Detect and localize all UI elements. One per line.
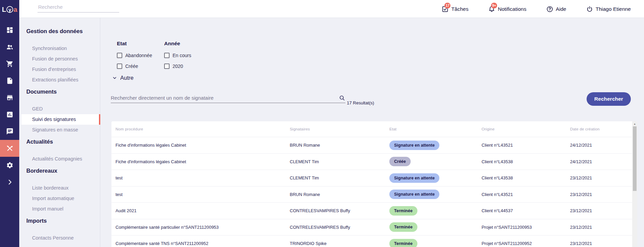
scroll-up-icon[interactable]: ▲ — [632, 121, 637, 126]
rail-item-stats[interactable] — [0, 106, 19, 123]
rail-item-document[interactable] — [0, 72, 19, 89]
cell-origin: Client n°L44537 — [482, 208, 570, 213]
table-row[interactable]: Fiche d'informations légales CabinetCLEM… — [111, 153, 632, 170]
column-origine: Origine — [482, 127, 570, 131]
sidebar-section-bordereaux: Bordereaux — [19, 168, 100, 174]
cell-signer: BRUN Romane — [290, 143, 389, 148]
cell-origin: Client n°L43521 — [482, 192, 570, 197]
app-logo[interactable]: L y a — [0, 0, 19, 19]
global-search-input[interactable] — [37, 3, 119, 13]
sidebar-item-contacts-personne[interactable]: Contacts Personne — [19, 233, 100, 243]
topbar-item-label: Aide — [556, 6, 566, 12]
sidebar-item-fusion-d-entreprises[interactable]: Fusion d'entreprises — [19, 64, 100, 75]
rail-item-settings-gear[interactable] — [0, 157, 19, 174]
sidebar-section-imports: Imports — [19, 218, 100, 224]
topbar-thiago-etienne[interactable]: Thiago Etienne — [586, 5, 631, 13]
rail-item-messages[interactable] — [0, 123, 19, 140]
table-row[interactable]: Audit 2021CONTRELESVAMPIRES BuffyTerminé… — [111, 202, 632, 219]
table-row[interactable]: Complémentaire santé particulier n°SANT2… — [111, 219, 632, 236]
signatures-table: Nom procédureSignatairesEtatOrigineDate … — [111, 121, 637, 247]
checkbox-label: 2020 — [173, 64, 183, 69]
cell-signer: BRUN Romane — [290, 192, 389, 197]
cell-date: 23/12/2021 — [570, 175, 632, 180]
rail-item-chevron-right[interactable] — [0, 174, 19, 191]
settings-gear-icon — [6, 162, 14, 169]
checkbox-cr-e[interactable]: Créée — [117, 63, 164, 70]
logo-letter-l: L — [2, 6, 6, 14]
cell-procedure-name: Complémentaire santé particulier n°SANT2… — [115, 225, 290, 230]
table-row[interactable]: testCLEMENT TimSignature en attenteClien… — [111, 170, 632, 186]
table-row[interactable]: testBRUN RomaneSignature en attenteClien… — [111, 186, 632, 203]
sidebar-item-import-manuel[interactable]: Import manuel — [19, 204, 100, 214]
tasks-icon: 17 — [441, 5, 449, 13]
signer-search — [111, 95, 345, 103]
contacts-icon — [6, 43, 14, 51]
scrollbar[interactable]: ▲ — [632, 121, 637, 247]
table-row[interactable]: Fiche d'informations légales CabinetBRUN… — [111, 137, 632, 153]
table-row[interactable]: Complémentaire santé TNS n°SANT211200952… — [111, 235, 632, 247]
signer-search-input[interactable] — [111, 95, 339, 101]
sidebar-section-gestion-des-donn-es: Gestion des données — [19, 28, 100, 34]
state-badge: Créée — [389, 157, 411, 166]
rail-item-dashboard[interactable] — [0, 22, 19, 39]
filter-title: Année — [164, 41, 211, 47]
column-signataires: Signataires — [290, 127, 389, 131]
filters: EtatAbandonnéeCrééeAnnéeEn cours2020 — [117, 41, 211, 74]
chevron-right-icon — [6, 178, 14, 186]
state-badge: Terminée — [389, 239, 417, 247]
cell-state: Créée — [389, 157, 482, 166]
messages-icon — [6, 128, 14, 135]
cell-state: Terminée — [389, 206, 482, 216]
state-badge: Terminée — [389, 206, 417, 216]
cell-procedure-name: Fiche d'informations légales Cabinet — [115, 159, 290, 164]
cell-signer: TRINORDIO Spike — [290, 241, 389, 246]
column-etat: Etat — [389, 127, 482, 131]
topbar-item-label: Thiago Etienne — [596, 6, 631, 12]
sidebar-item-ged[interactable]: GED — [19, 104, 100, 114]
sidebar-section-documents: Documents — [19, 89, 100, 95]
sidebar-item-liste-bordereaux[interactable]: Liste bordereaux — [19, 183, 100, 193]
table-header: Nom procédureSignatairesEtatOrigineDate … — [111, 121, 632, 137]
filter-group-etat: EtatAbandonnéeCréée — [117, 41, 164, 74]
checkbox-label: Créée — [125, 64, 138, 69]
rail-item-tools[interactable] — [0, 140, 19, 157]
search-button[interactable]: Rechercher — [587, 92, 631, 106]
cell-origin: Projet n°SANT211200952 — [482, 241, 570, 246]
cell-state: Signature en attente — [389, 190, 482, 199]
cell-origin: Projet n°SANT211200953 — [482, 225, 570, 230]
sidebar-section-actualit-s: Actualités — [19, 139, 100, 145]
topbar-t-ches[interactable]: 17Tâches — [441, 5, 468, 13]
cart-icon — [6, 60, 14, 68]
search-icon[interactable] — [339, 95, 345, 101]
checkbox-abandonn-e[interactable]: Abandonnée — [117, 52, 164, 59]
results-count: 17 Resultat(s) — [347, 100, 374, 105]
cell-state: Terminée — [389, 222, 482, 232]
column-nom-proc-dure: Nom procédure — [115, 127, 290, 131]
cell-signer: CONTRELESVAMPIRES Buffy — [290, 208, 389, 213]
sidebar-item-suivi-des-signatures[interactable]: Suivi des signatures — [21, 114, 100, 125]
sidebar-item-extractions-planifi-es[interactable]: Extractions planifiées — [19, 75, 100, 85]
rail-item-store[interactable] — [0, 89, 19, 106]
topbar-item-label: Notifications — [498, 6, 526, 12]
more-filters-toggle[interactable]: Autre — [112, 75, 133, 81]
checkbox-2020[interactable]: 2020 — [164, 63, 211, 70]
state-badge: Terminée — [389, 222, 417, 232]
cell-state: Signature en attente — [389, 173, 482, 183]
sidebar-item-signatures-en-masse[interactable]: Signatures en masse — [19, 125, 100, 135]
cell-origin: Client n°L43521 — [482, 143, 570, 148]
cell-procedure-name: Complémentaire santé TNS n°SANT211200952 — [115, 241, 290, 246]
topbar-notifications[interactable]: 9+Notifications — [488, 5, 526, 13]
scrollbar-thumb[interactable] — [633, 126, 637, 191]
checkbox-label: En cours — [173, 53, 191, 58]
rail-item-cart[interactable] — [0, 55, 19, 72]
rail-item-contacts[interactable] — [0, 39, 19, 55]
sidebar-item-import-automatique[interactable]: Import automatique — [19, 193, 100, 204]
logo-letter-y: y — [6, 6, 13, 13]
topbar-aide[interactable]: Aide — [546, 5, 566, 13]
power-icon — [586, 5, 593, 13]
sidebar-item-fusion-de-personnes[interactable]: Fusion de personnes — [19, 54, 100, 64]
sidebar-item-synchronisation[interactable]: Synchronisation — [19, 43, 100, 54]
checkbox-en-cours[interactable]: En cours — [164, 52, 211, 59]
store-icon — [6, 94, 14, 101]
sidebar-item-actualit-s-compagnies[interactable]: Actualités Compagnies — [19, 154, 100, 164]
